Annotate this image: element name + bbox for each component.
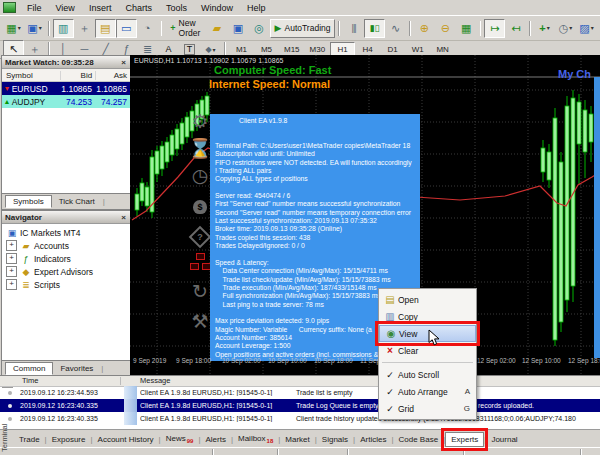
autotrading-button[interactable]: ▶ AutoTrading [270,19,336,38]
tab-mailbox[interactable]: Mailbox18 [233,432,278,447]
tab-journal[interactable]: Journal [486,433,522,446]
accounts-icon: ▰ [20,241,32,251]
line-chart-button[interactable]: ∿ [385,19,406,38]
terminal-log-row[interactable]: 2019.09.12 16:23:40.335Client EA 1.9.8d … [0,412,600,425]
data-window-toggle[interactable]: ＋ [74,19,95,38]
menu-file[interactable]: File [20,2,49,14]
ea-panel-line [215,184,420,192]
expand-icon[interactable]: + [6,240,17,251]
navigator-root[interactable]: ▣IC Markets MT4 [2,226,130,239]
terminal-toggle[interactable]: ▭ [116,19,137,38]
tab-label: Journal [491,435,517,444]
templates-button[interactable]: ▨▾ [576,19,597,38]
menu-item-label: Auto Scroll [398,370,472,380]
ea-panel-line: Second "Server read" number means tempor… [215,209,420,217]
menu-bar: FileViewInsertChartsToolsWindowHelp [0,0,600,16]
terminal-log-row[interactable]: 2019.09.12 16:23:44.593Client EA 1.9.8d … [0,386,600,399]
tab-symbols[interactable]: Symbols [5,195,52,208]
chart-title: EURUSD,H1 1.10713 1.10902 1.10679 1.1086… [134,57,283,64]
chart-shift-button[interactable]: ↤ [505,19,526,38]
menu-item-copy[interactable]: ▥Copy [379,308,476,325]
tab-badge: 18 [267,438,274,444]
new-chart-button[interactable]: ▦▾ [3,19,24,38]
new-order-button[interactable]: + New Order [165,19,206,38]
menu-item-view[interactable]: ◉View [379,325,476,342]
navigator-item-expert-advisors[interactable]: +◆Expert Advisors [2,265,130,278]
vps-button[interactable]: ▣ [228,19,249,38]
navigator-item-scripts[interactable]: +≣Scripts [2,278,130,291]
log-source: Client EA 1.9.8d EURUSD,H1: [91545-0-1] [140,389,292,396]
bid-cell: 1.10865 [60,84,95,94]
tab-news[interactable]: News99 [161,432,199,447]
menu-item-auto-scroll[interactable]: ✓Auto Scroll [379,366,476,383]
tab-market[interactable]: Market [280,433,314,446]
menu-item-open[interactable]: ▤Open [379,291,476,308]
scripts-icon: ≣ [20,280,32,290]
tab-common[interactable]: Common [5,362,53,375]
tab-favorites[interactable]: Favorites [53,363,100,374]
plus-icon: + [170,23,175,33]
zoom-out-button[interactable]: ⊖ [435,19,456,38]
navigator-item-label: Accounts [34,241,69,251]
menu-help[interactable]: Help [240,2,273,14]
metaeditor-button[interactable]: ▰ [207,19,228,38]
expand-icon[interactable]: + [6,266,17,277]
close-icon[interactable]: × [120,213,127,222]
status-divider [580,449,582,455]
right-blue-strip [594,77,600,358]
strategy-tester-toggle[interactable]: ◔ [137,19,158,38]
column-strip [124,386,137,425]
navigator-item-accounts[interactable]: +▰Accounts [2,239,130,252]
candlestick-chart-button[interactable]: ▮▯ [364,19,385,38]
menu-item-auto-arrange[interactable]: ✓Auto ArrangeA [379,383,476,400]
tab-alerts[interactable]: Alerts [200,433,230,446]
ea-panel-line: Last successful synchronization: 2019.09… [215,217,420,225]
tab-experts[interactable]: Experts [445,432,484,447]
zoom-in-button[interactable]: ⊕ [414,19,435,38]
tab-signals[interactable]: Signals [317,433,353,446]
tab-account-history[interactable]: Account History [93,433,159,446]
tab-code-base[interactable]: Code Base [394,433,444,446]
menu-window[interactable]: Window [194,2,240,14]
navigator-item-indicators[interactable]: +ƒIndicators [2,252,130,265]
navigator-toggle[interactable]: ▤ [95,19,116,38]
terminal-log: 2019.09.12 16:23:44.593Client EA 1.9.8d … [0,386,600,425]
bar-chart-button[interactable]: ||| [343,19,364,38]
indicators-button[interactable]: +▾ [534,19,555,38]
menu-divider [382,362,473,363]
menu-insert[interactable]: Insert [82,2,119,14]
menu-view[interactable]: View [49,2,82,14]
navigator-tabs: Common Favorites | [2,360,130,376]
checkmark-icon: ✓ [382,370,398,380]
menu-charts[interactable]: Charts [118,2,159,14]
time-axis-label: 12 Sep 18:00 [568,357,600,364]
ea-panel-line: Speed & Latency: [215,259,420,267]
market-watch-row[interactable]: ▼EURUSD1.108651.10865 [2,82,130,95]
question-diamond-icon: ? [188,223,212,245]
tile-windows-button[interactable]: ▦ [456,19,477,38]
menu-item-grid[interactable]: ✓GridG [379,400,476,417]
market-watch-toggle[interactable]: ▥ [53,19,74,38]
tab-articles[interactable]: Articles [355,433,391,446]
profiles-button[interactable]: ▣▾ [24,19,45,38]
column-symbol: Symbol [2,71,60,80]
periods-button[interactable]: ◷▾ [555,19,576,38]
market-watch-row[interactable]: ▲AUDJPY74.25374.257 [2,95,130,108]
menu-item-clear[interactable]: ×Clear [379,342,476,359]
community-button[interactable]: ◎ [249,19,270,38]
menu-tools[interactable]: Tools [159,2,194,14]
menu-item-label: Auto Arrange [398,387,465,397]
ask-cell: 1.10865 [95,84,130,94]
tab-tick-chart[interactable]: Tick Chart [52,196,102,207]
expand-icon[interactable]: + [6,279,17,290]
checkmark-icon: ✓ [382,387,398,397]
close-icon[interactable]: × [120,58,127,67]
arrow-down-icon: ▼ [2,85,12,92]
expand-icon[interactable]: + [6,253,17,264]
time-axis-label: 12 Sep 02:00 [477,357,516,364]
terminal-log-row[interactable]: 2019.09.12 16:23:40.335Client EA 1.9.8d … [0,399,600,412]
tab-trade[interactable]: Trade [14,433,45,446]
chart-area[interactable]: EURUSD,H1 1.10713 1.10902 1.10679 1.1086… [130,55,600,375]
auto-scroll-button[interactable]: ↦ [484,19,505,38]
tab-exposure[interactable]: Exposure [47,433,91,446]
